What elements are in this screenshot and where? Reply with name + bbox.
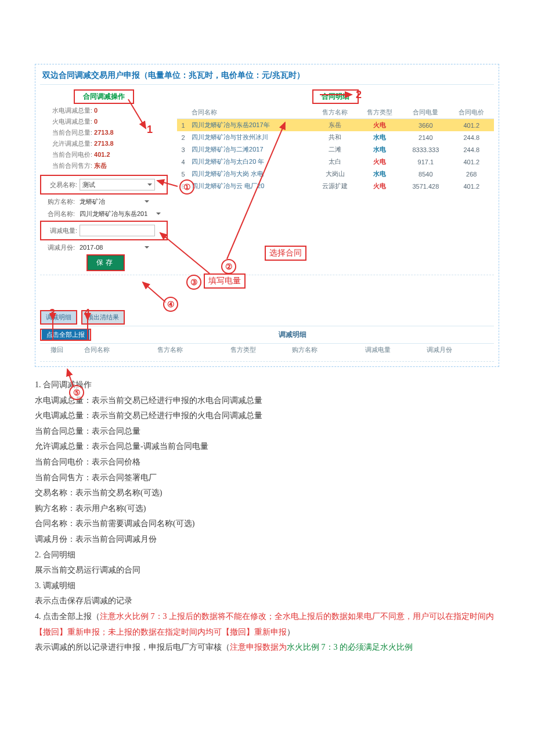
explanation-text: 1. 合同调减操作 水电调减总量：表示当前交易已经进行申报的水电合同调减总量 火… [35,377,499,656]
tab-pre-clear[interactable]: 预出清结果 [81,310,125,325]
table-row[interactable]: 1四川龙蟒矿冶与东岳2017年东岳火电3660401.2 [177,119,494,132]
allow-val: 2713.8 [94,140,114,147]
save-button[interactable]: 保存 [88,255,124,270]
allow-label: 允许调减总量: [44,139,92,148]
curtotal-label: 当前合同总量: [44,128,92,137]
trade-name-select[interactable]: 测试 [80,179,155,190]
hydro-label: 水电调减总量: [44,106,92,115]
th-name: 合同名称 [189,106,312,119]
tab-reduce-detail[interactable]: 调减明细 [40,310,77,325]
ops-header: 合同调减操作 [74,89,134,104]
curseller-val: 东岳 [94,162,107,169]
reduce-detail-title: 调减明细 [91,329,494,341]
table-row[interactable]: 6四川龙蟒矿冶与云 电厂20云源扩建火电3571.428401.2 [177,180,494,192]
th-seller: 售方名称 [312,106,357,119]
curprice-label: 当前合同电价: [44,150,92,159]
curtotal-val: 2713.8 [94,129,114,136]
thermal-label: 火电调减总量: [44,117,92,126]
month-label: 调减月份: [40,243,77,252]
reduce-input[interactable] [80,225,155,236]
th-idx [177,106,189,119]
table-row[interactable]: 3四川龙蟒矿冶与二滩2017二滩水电8333.333244.8 [177,143,494,156]
detail-header: 合同明细 [312,89,359,104]
thermal-val: 0 [94,118,98,125]
curseller-label: 当前合同售方: [44,161,92,170]
th-qty: 合同电量 [402,106,449,119]
table-row[interactable]: 4四川龙蟒矿冶与太白20 年太白火电917.1401.2 [177,156,494,168]
curprice-val: 401.2 [94,151,110,158]
anno-c3: ③ [186,275,201,290]
callout-fill-qty: 填写电量 [204,273,246,289]
reduce-detail-columns: 撤回 合同名称 售方名称 售方类型 购方名称 调减电量 调减月份 [40,344,494,362]
table-row[interactable]: 5四川龙蟒矿冶与大岗 水电大岗山水电8540268 [177,168,494,180]
th-price: 合同电价 [449,106,494,119]
month-select[interactable]: 2017-08 [77,242,151,253]
hydro-val: 0 [94,107,98,114]
contract-table: 合同名称 售方名称 售方类型 合同电量 合同电价 1四川龙蟒矿冶与东岳2017年… [177,106,494,192]
th-type: 售方类型 [358,106,402,119]
svg-line-5 [143,282,166,303]
contract-select[interactable]: 四川龙蟒矿冶与东岳201 [77,208,163,219]
reduce-label: 调减电量: [42,226,80,235]
app-title: 双边合同调减交易用户申报（电量单位：兆瓦时，电价单位：元/兆瓦时） [40,69,494,84]
contract-label: 合同名称: [40,210,77,218]
buyer-label: 购方名称: [40,197,77,206]
table-row[interactable]: 2四川龙蟒矿冶与甘孜州冰川共和水电2140244.8 [177,131,494,143]
trade-name-label: 交易名称: [42,181,80,189]
app-window: 双边合同调减交易用户申报（电量单位：兆瓦时，电价单位：元/兆瓦时） 合同调减操作… [35,64,499,367]
buyer-select[interactable]: 龙蟒矿冶 [77,196,151,207]
report-all-button[interactable]: 点击全部上报 [42,329,89,340]
